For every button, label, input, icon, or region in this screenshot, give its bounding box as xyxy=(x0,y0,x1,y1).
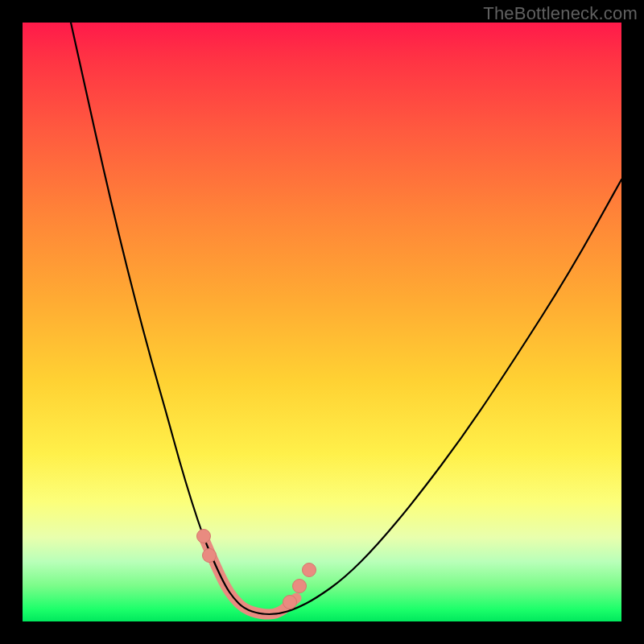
dot-left-upper xyxy=(197,530,211,543)
dot-right-lower xyxy=(283,596,297,609)
curve-layer xyxy=(23,23,621,621)
bottleneck-curve xyxy=(71,23,621,614)
dot-right-mid xyxy=(293,580,307,593)
dot-right-upper xyxy=(303,564,316,577)
watermark-text: TheBottleneck.com xyxy=(483,3,638,24)
outer-frame: TheBottleneck.com xyxy=(0,0,644,644)
salmon-overlay xyxy=(204,538,296,614)
dot-left-lower xyxy=(203,549,217,563)
